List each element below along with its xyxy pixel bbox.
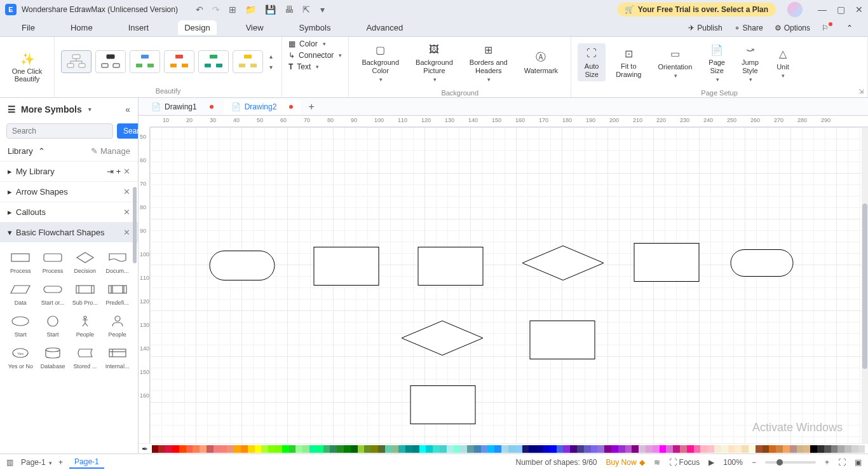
color-swatch[interactable] — [721, 445, 728, 453]
presentation-icon[interactable]: ▶ — [709, 458, 714, 467]
page-list-icon[interactable]: ▥ — [6, 458, 13, 467]
color-swatch[interactable] — [200, 445, 207, 453]
menu-design[interactable]: Design — [178, 20, 216, 35]
theme-thumb-3[interactable] — [130, 50, 160, 73]
color-swatch[interactable] — [597, 445, 604, 453]
color-swatch[interactable] — [371, 445, 378, 453]
import-icon[interactable]: ⇥ — [107, 167, 114, 176]
color-swatch[interactable] — [584, 445, 591, 453]
color-swatch[interactable] — [831, 445, 838, 453]
color-swatch[interactable] — [687, 445, 694, 453]
connector-dropdown[interactable]: ↳Connector▾ — [288, 51, 342, 60]
export-icon[interactable]: ⇱ — [302, 4, 310, 15]
color-swatch[interactable] — [797, 445, 804, 453]
close-section-icon[interactable]: ✕ — [123, 207, 130, 217]
color-swatch[interactable] — [515, 445, 522, 453]
add-tab-button[interactable]: + — [303, 101, 319, 113]
color-swatch[interactable] — [618, 445, 625, 453]
save-icon[interactable]: 💾 — [265, 4, 276, 15]
color-swatch[interactable] — [810, 445, 817, 453]
section-basic-flowchart[interactable]: ▾ Basic Flowchart Shapes ✕ — [0, 222, 138, 242]
canvas-shape-terminator[interactable] — [210, 251, 275, 280]
color-swatch[interactable] — [364, 445, 371, 453]
shape-yes-no[interactable]: YesYes or No — [5, 342, 36, 372]
shape-people-bust[interactable]: People — [102, 310, 133, 340]
color-swatch[interactable] — [179, 445, 186, 453]
color-swatch[interactable] — [660, 445, 667, 453]
close-icon[interactable]: ✕ — [855, 4, 863, 15]
menu-insert[interactable]: Insert — [122, 20, 156, 35]
color-swatch[interactable] — [728, 445, 735, 453]
sidebar-scrollbar[interactable] — [133, 187, 137, 263]
color-swatch[interactable] — [625, 445, 632, 453]
color-dropdown[interactable]: ▦Color▾ — [288, 39, 342, 48]
minimize-icon[interactable]: — — [818, 4, 827, 15]
page-size-button[interactable]: 📄Page Size▾ — [702, 39, 731, 85]
color-swatch[interactable] — [680, 445, 687, 453]
color-swatch[interactable] — [474, 445, 481, 453]
color-swatch[interactable] — [494, 445, 501, 453]
new-icon[interactable]: ⊞ — [229, 4, 236, 15]
eyedropper-icon[interactable]: ✒ — [141, 445, 149, 453]
color-swatch[interactable] — [302, 445, 309, 453]
color-swatch[interactable] — [227, 445, 234, 453]
color-swatch[interactable] — [783, 445, 790, 453]
color-swatch[interactable] — [426, 445, 433, 453]
color-swatch[interactable] — [220, 445, 227, 453]
color-swatch[interactable] — [824, 445, 831, 453]
notification-icon[interactable]: ⚐ — [822, 24, 835, 32]
canvas-shape-rect[interactable] — [314, 247, 379, 286]
color-swatch[interactable] — [666, 445, 673, 453]
color-swatch[interactable] — [405, 445, 412, 453]
search-input[interactable] — [6, 123, 113, 139]
page-tab-1[interactable]: Page-1 — [69, 456, 104, 469]
color-swatch[interactable] — [749, 445, 756, 453]
theme-thumb-6[interactable] — [233, 50, 263, 73]
zoom-in-button[interactable]: + — [825, 458, 829, 467]
orientation-button[interactable]: ▭Orientation▾ — [651, 44, 698, 81]
fit-to-drawing-button[interactable]: ⊡Fit to Drawing — [609, 43, 648, 81]
color-swatch[interactable] — [261, 445, 268, 453]
collapse-ribbon-icon[interactable]: ⌃ — [846, 24, 853, 32]
color-swatch[interactable] — [543, 445, 550, 453]
color-swatch[interactable] — [358, 445, 365, 453]
shape-stored-data[interactable]: Stored ... — [70, 342, 101, 372]
color-swatch[interactable] — [282, 445, 289, 453]
shape-people-stick[interactable]: People — [70, 310, 101, 340]
color-swatch[interactable] — [351, 445, 358, 453]
library-up-icon[interactable]: ⌃ — [38, 146, 45, 156]
theme-thumb-2[interactable] — [95, 50, 126, 73]
color-swatch[interactable] — [851, 445, 858, 453]
open-icon[interactable]: 📁 — [245, 4, 256, 15]
canvas-scrollbar-v[interactable] — [862, 127, 868, 447]
page-selector[interactable]: Page-1 ▾ — [21, 458, 52, 467]
background-color-button[interactable]: ▢Background Color▾ — [355, 39, 405, 85]
color-swatch[interactable] — [330, 445, 337, 453]
print-icon[interactable]: 🖶 — [285, 4, 294, 15]
color-swatch[interactable] — [646, 445, 653, 453]
color-swatch[interactable] — [790, 445, 797, 453]
color-swatch[interactable] — [481, 445, 488, 453]
color-swatch[interactable] — [577, 445, 584, 453]
color-swatch[interactable] — [611, 445, 618, 453]
color-swatch[interactable] — [467, 445, 474, 453]
borders-headers-button[interactable]: ⊞Borders and Headers▾ — [463, 39, 514, 85]
page-setup-expand-icon[interactable]: ⇲ — [858, 88, 864, 95]
canvas-shape-rect[interactable] — [530, 321, 595, 359]
library-label[interactable]: Library — [8, 146, 33, 156]
theme-thumb-4[interactable] — [164, 50, 194, 73]
qa-dropdown-icon[interactable]: ▾ — [320, 4, 325, 15]
color-swatch[interactable] — [234, 445, 241, 453]
color-swatch[interactable] — [522, 445, 529, 453]
color-swatch[interactable] — [776, 445, 783, 453]
color-swatch[interactable] — [275, 445, 282, 453]
redo-icon[interactable]: ↷ — [212, 4, 220, 15]
color-swatch[interactable] — [700, 445, 707, 453]
color-swatch[interactable] — [316, 445, 323, 453]
shape-process[interactable]: Process — [5, 246, 36, 277]
color-swatch[interactable] — [557, 445, 564, 453]
color-swatch[interactable] — [419, 445, 426, 453]
color-swatch[interactable] — [639, 445, 646, 453]
canvas-shape-decision[interactable] — [402, 321, 483, 356]
color-swatch[interactable] — [653, 445, 660, 453]
